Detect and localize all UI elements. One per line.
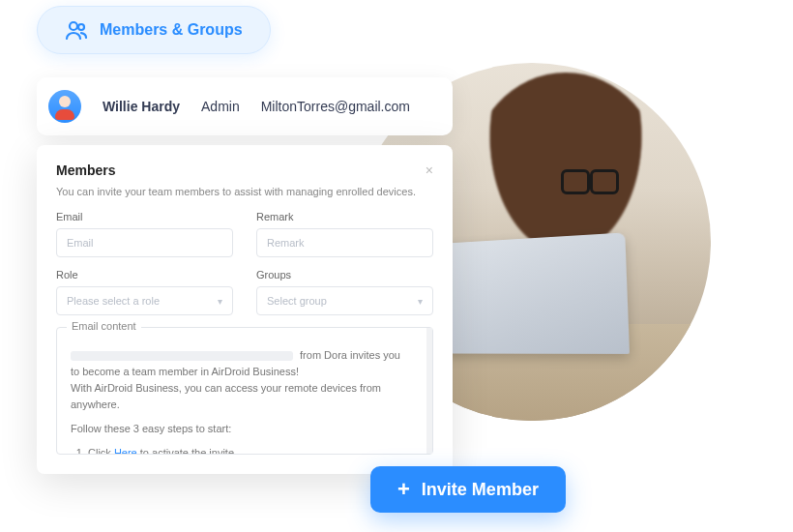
plus-icon: + — [397, 479, 410, 500]
tab-label: Members & Groups — [100, 21, 243, 39]
role-label: Role — [56, 269, 233, 281]
user-name: Willie Hardy — [103, 99, 180, 114]
members-icon — [65, 18, 88, 42]
remark-label: Remark — [256, 211, 433, 222]
email-line3: With AirDroid Business, you can access y… — [71, 382, 381, 410]
email-steps-intro: Follow these 3 easy steps to start: — [71, 421, 413, 437]
email-content-label: Email content — [67, 320, 141, 332]
email-steps: Click Here to activate the invite. Insta… — [71, 445, 413, 454]
modal-title: Members — [56, 163, 115, 178]
email-step-1: Click Here to activate the invite. — [88, 445, 413, 454]
user-email: MiltonTorres@gmail.com — [261, 99, 410, 114]
activate-link[interactable]: Here — [114, 447, 137, 454]
groups-placeholder: Select group — [267, 295, 327, 307]
email-label: Email — [56, 211, 233, 222]
groups-label: Groups — [256, 269, 433, 281]
invite-button-label: Invite Member — [422, 480, 539, 500]
modal-subtitle: You can invite your team members to assi… — [56, 186, 433, 197]
redacted-text — [71, 351, 293, 361]
email-line1-suffix: from Dora invites you — [300, 349, 400, 361]
email-content-box: Email content from Dora invites you to b… — [56, 327, 433, 455]
chevron-down-icon: ▾ — [218, 296, 222, 307]
close-icon[interactable]: × — [426, 163, 433, 177]
user-role: Admin — [201, 99, 240, 114]
role-select[interactable]: Please select a role ▾ — [56, 286, 233, 315]
invite-member-button[interactable]: + Invite Member — [370, 466, 566, 513]
role-placeholder: Please select a role — [67, 295, 160, 307]
step1-prefix: Click — [88, 447, 114, 454]
invite-member-modal: Members × You can invite your team membe… — [37, 145, 453, 474]
groups-select[interactable]: Select group ▾ — [256, 286, 433, 315]
email-field[interactable] — [56, 228, 233, 257]
chevron-down-icon: ▾ — [418, 296, 423, 307]
email-content-body[interactable]: from Dora invites you to become a team m… — [57, 328, 432, 454]
hero-glasses — [561, 169, 619, 191]
email-line2: to become a team member in AirDroid Busi… — [71, 366, 299, 377]
svg-point-1 — [78, 24, 84, 30]
tab-members-groups[interactable]: Members & Groups — [37, 6, 271, 54]
modal-header: Members × — [56, 163, 433, 178]
step1-suffix: to activate the invite. — [137, 447, 237, 454]
remark-field[interactable] — [256, 228, 433, 257]
user-row: Willie Hardy Admin MiltonTorres@gmail.co… — [37, 77, 453, 135]
svg-point-0 — [70, 22, 77, 30]
avatar — [48, 90, 81, 123]
